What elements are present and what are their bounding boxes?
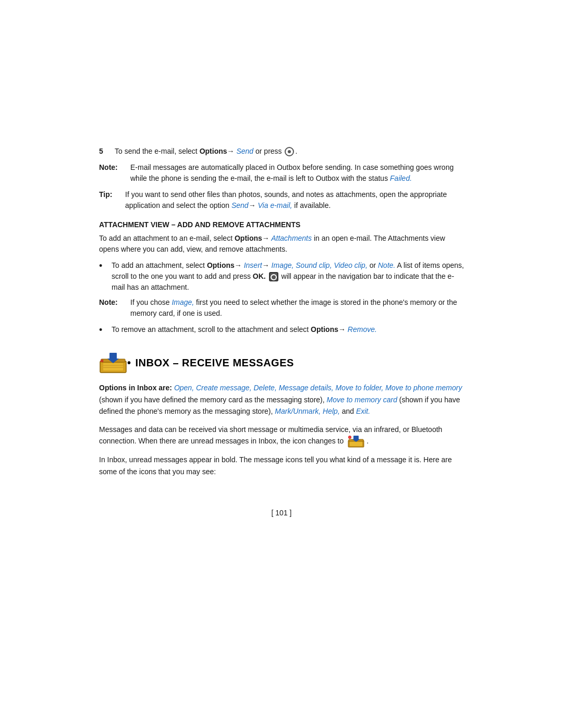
b1-insert: Insert — [242, 261, 262, 269]
att-link: Attachments — [270, 234, 312, 242]
step-5: 5 To send the e-mail, select Options→ Se… — [99, 146, 464, 157]
bullet-list-2: • To remove an attachment, scroll to the… — [99, 324, 464, 336]
note2-label: Note: — [99, 297, 130, 319]
inbox-section-icon — [99, 352, 127, 374]
step5-or: or press — [253, 147, 284, 155]
note1-label: Note: — [99, 162, 130, 184]
b1-arrow: → — [235, 261, 242, 269]
svg-rect-1 — [103, 363, 123, 371]
inbox-heading-text: INBOX – RECEIVE MESSAGES — [136, 357, 294, 368]
inbox-options-end: and — [340, 407, 356, 415]
note1-status: Failed. — [390, 174, 412, 182]
tip1-arrow: → — [249, 201, 256, 209]
tip1-text-after: if available. — [292, 201, 331, 209]
inbox-bullet: • — [127, 357, 131, 368]
b1-text-before: To add an attachment, select — [112, 261, 207, 269]
attachment-heading: ATTACHMENT VIEW – ADD AND REMOVE ATTACHM… — [99, 220, 464, 229]
note2-content: If you chose Image, first you need to se… — [130, 297, 464, 319]
svg-point-15 — [349, 436, 351, 438]
inbox-exit: Exit. — [356, 407, 370, 415]
b2-options: Options — [311, 325, 338, 334]
attachment-bullets: • To add an attachment, select Options→ … — [99, 260, 464, 293]
bullet-dot-1: • — [99, 260, 112, 293]
inbox-mark-unmark: Mark/Unmark, Help, — [275, 407, 339, 415]
bullet-dot-2: • — [99, 324, 112, 336]
note2-link: Image, — [172, 298, 194, 306]
inbox-heading-row: •INBOX – RECEIVE MESSAGES — [99, 352, 464, 374]
inbox-para2-text: In Inbox, unread messages appear in bold… — [99, 455, 452, 475]
step-5-content: To send the e-mail, select Options→ Send… — [115, 146, 464, 157]
b1-mid: or — [368, 261, 378, 269]
b1-arrow2: → — [262, 261, 270, 269]
inbox-options-para: Options in Inbox are: Open, Create messa… — [99, 382, 464, 417]
b1-link2: Image, Sound clip, Video clip, — [270, 261, 368, 269]
b1-options: Options — [207, 261, 235, 269]
att-arrow: → — [262, 234, 270, 242]
tip1-link: Send — [231, 201, 249, 209]
bullet-1: • To add an attachment, select Options→ … — [99, 260, 464, 293]
svg-rect-10 — [350, 441, 362, 446]
note-2: Note: If you chose Image, first you need… — [99, 297, 464, 319]
inbox-memory-card: Move to memory card — [327, 396, 397, 404]
svg-rect-5 — [109, 353, 117, 359]
b1-ok: OK. — [253, 272, 266, 280]
att-options: Options — [235, 234, 262, 242]
step5-text-before: To send the e-mail, select — [115, 147, 200, 155]
b2-remove: Remove. — [346, 325, 377, 334]
bullet1-content: To add an attachment, select Options→ In… — [112, 260, 464, 293]
svg-rect-12 — [353, 436, 359, 440]
page-number: [ 101 ] — [99, 509, 464, 517]
nav-circle-icon — [285, 147, 294, 156]
attachment-nav-icon — [269, 272, 278, 281]
inbox-options-prefix: Options in Inbox are: — [99, 384, 174, 392]
bullet2-content: To remove an attachment, scroll to the a… — [112, 324, 464, 336]
step-number: 5 — [99, 146, 115, 157]
note1-content: E-mail messages are automatically placed… — [130, 162, 464, 184]
tip1-content: If you want to send other files than pho… — [125, 189, 464, 211]
b2-arrow: → — [338, 325, 346, 334]
attachment-intro: To add an attachment to an e-mail, selec… — [99, 233, 464, 255]
tip1-label: Tip: — [99, 189, 125, 211]
note-1: Note: E-mail messages are automatically … — [99, 162, 464, 184]
inbox-para-2: In Inbox, unread messages appear in bold… — [99, 454, 464, 477]
inbox-unread-icon — [348, 435, 364, 448]
inbox-para-1: Messages and data can be received via sh… — [99, 424, 464, 448]
b1-link3: Note. — [378, 261, 395, 269]
note2-text: If you chose — [130, 298, 172, 306]
inbox-para1-text: Messages and data can be received via sh… — [99, 425, 442, 445]
bullet-2: • To remove an attachment, scroll to the… — [99, 324, 464, 336]
step5-send: Send — [235, 147, 254, 155]
inbox-options-mid: (shown if you have defined the memory ca… — [99, 396, 327, 404]
b2-text-before: To remove an attachment, scroll to the a… — [112, 325, 311, 334]
inbox-options-list: Open, Create message, Delete, Message de… — [174, 384, 462, 392]
tip-1: Tip: If you want to send other files tha… — [99, 189, 464, 211]
step5-arrow: → — [227, 147, 235, 155]
tip1-link2: Via e-mail, — [256, 201, 292, 209]
att-intro-text: To add an attachment to an e-mail, selec… — [99, 234, 235, 242]
inbox-title: •INBOX – RECEIVE MESSAGES — [127, 357, 294, 369]
page-content: 5 To send the e-mail, select Options→ Se… — [99, 0, 464, 728]
step5-options: Options — [200, 147, 227, 155]
